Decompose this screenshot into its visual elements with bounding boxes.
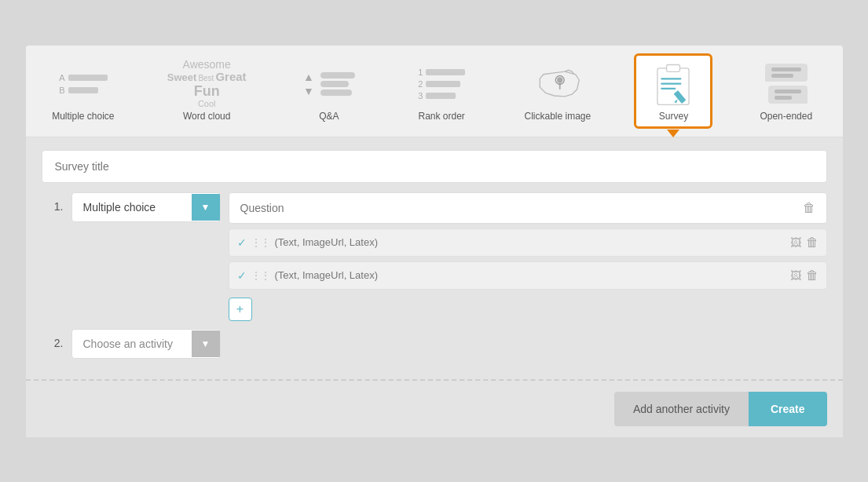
word-cloud-icon: Awesome SweetBestGreat Fun Cool [167,60,247,108]
delete-question-1-btn[interactable]: 🗑 [803,201,815,215]
clickable-image-label: Clickable image [524,111,591,122]
qa-label: Q&A [319,111,339,122]
add-answer-btn[interactable]: + [229,298,252,321]
choose-activity-dropdown[interactable]: Choose an activity ▼ [71,329,221,359]
content-area: 1. Multiple choice ▼ 🗑 ✓ ⋮⋮ 🖼 [26,137,843,379]
activity-type-qa[interactable]: ▲ ▼ Q&A [290,56,368,126]
question-number-1: 1. [42,192,64,213]
answer-row-1-1: ✓ ⋮⋮ 🖼 🗑 [229,228,827,257]
answer-row-1-2: ✓ ⋮⋮ 🖼 🗑 [229,261,827,290]
delete-answer-1-2-btn[interactable]: 🗑 [806,268,819,283]
add-activity-button[interactable]: Add another activity [614,392,749,426]
multiple-choice-label: Multiple choice [52,111,114,122]
choose-activity-label: Choose an activity [72,330,192,358]
drag-icon-1-1[interactable]: ⋮⋮ [251,237,270,248]
activity-type-clickable-image[interactable]: Clickable image [515,56,600,126]
question-row-1: 1. Multiple choice ▼ 🗑 ✓ ⋮⋮ 🖼 [42,192,827,321]
open-ended-label: Open-ended [760,111,812,122]
answer-input-1-2[interactable] [275,269,786,281]
answer-input-1-1[interactable] [275,236,786,248]
open-ended-icon [765,60,808,108]
question-input-row-1: 🗑 [229,192,827,224]
activity-type-rank-order[interactable]: 1 2 3 Rank order [402,56,481,126]
qa-icon: ▲ ▼ [303,60,355,108]
choose-activity-dropdown-btn[interactable]: ▼ [192,330,220,357]
check-icon-1-2: ✓ [237,269,247,282]
question-type-dropdown-btn-1[interactable]: ▼ [192,194,220,221]
multiple-choice-icon: A B [59,60,107,108]
question-content-1: 🗑 ✓ ⋮⋮ 🖼 🗑 ✓ ⋮⋮ 🖼 [229,192,827,321]
answer-rows-1: ✓ ⋮⋮ 🖼 🗑 ✓ ⋮⋮ 🖼 🗑 + [229,228,827,321]
survey-icon [654,60,693,108]
rank-order-label: Rank order [419,111,465,122]
image-icon-btn-1-1[interactable]: 🖼 [790,236,801,249]
question-number-2: 2. [42,329,64,349]
delete-answer-1-1-btn[interactable]: 🗑 [806,236,819,250]
image-icon-btn-1-2[interactable]: 🖼 [790,269,801,282]
activity-type-open-ended[interactable]: Open-ended [747,56,826,126]
word-cloud-label: Word cloud [183,111,230,122]
clickable-image-icon [530,60,585,108]
activity-type-selector: A B Multiple choice Awesome SweetBestGre… [26,46,843,137]
survey-label: Survey [659,111,688,122]
question-type-label-1: Multiple choice [72,193,192,221]
create-button[interactable]: Create [749,392,827,426]
svg-rect-3 [667,64,680,71]
question-type-dropdown-1[interactable]: Multiple choice ▼ [71,192,221,222]
question-row-2: 2. Choose an activity ▼ [42,329,827,359]
survey-title-input[interactable] [42,150,827,183]
drag-icon-1-2[interactable]: ⋮⋮ [251,270,270,281]
footer: Add another activity Create [26,379,843,437]
activity-type-word-cloud[interactable]: Awesome SweetBestGreat Fun Cool Word clo… [158,56,256,126]
activity-type-multiple-choice[interactable]: A B Multiple choice [42,56,123,126]
rank-order-icon: 1 2 3 [418,60,465,108]
check-icon-1-1: ✓ [237,236,247,249]
activity-type-survey[interactable]: Survey [634,53,712,129]
question-input-1[interactable] [240,202,803,214]
svg-point-0 [557,77,562,82]
